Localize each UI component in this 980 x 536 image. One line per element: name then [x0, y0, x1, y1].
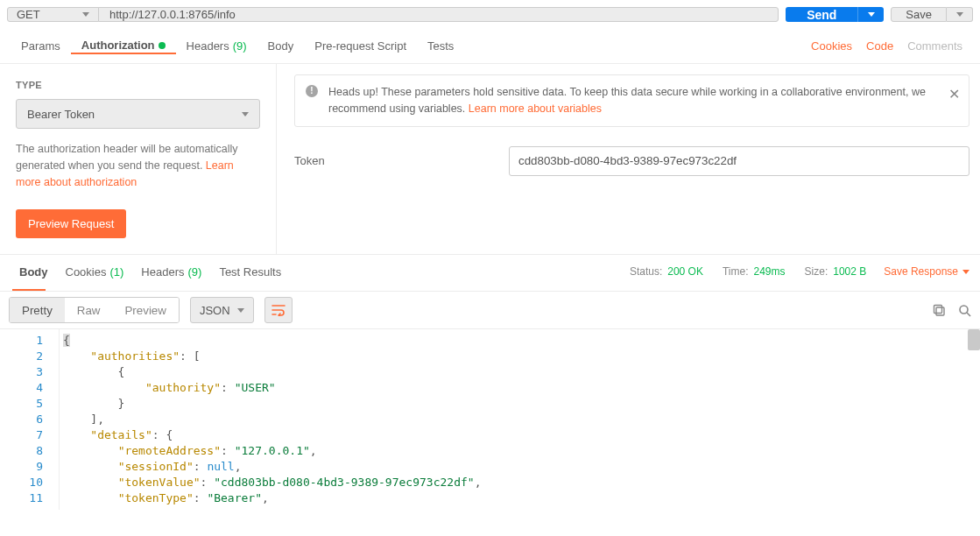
tab-underline [71, 53, 176, 54]
comments-link[interactable]: Comments [900, 39, 969, 53]
chevron-down-icon [868, 12, 875, 17]
language-value: JSON [200, 304, 230, 317]
tab-tests[interactable]: Tests [417, 29, 464, 63]
auth-help-text: The authorization header will be automat… [16, 143, 238, 172]
svg-rect-1 [934, 305, 942, 313]
close-icon[interactable]: ✕ [948, 84, 960, 105]
resp-tab-testresults[interactable]: Test Results [210, 255, 290, 288]
token-input[interactable] [509, 146, 969, 176]
tab-headers[interactable]: Headers (9) [176, 29, 257, 63]
resp-tab-headers[interactable]: Headers (9) [132, 255, 210, 288]
tab-authorization-label: Authorization [81, 39, 155, 52]
format-bar: Pretty Raw Preview JSON [0, 291, 980, 329]
headers-count: (9) [233, 39, 247, 53]
tab-prerequest[interactable]: Pre-request Script [304, 29, 417, 63]
tab-params[interactable]: Params [11, 29, 71, 63]
alert-link[interactable]: Learn more about variables [469, 102, 602, 115]
auth-type-value: Bearer Token [27, 108, 95, 121]
size-value: 1002 B [833, 265, 866, 278]
token-label: Token [294, 154, 509, 167]
chevron-down-icon [82, 12, 89, 17]
chevron-down-icon [237, 308, 244, 313]
line-numbers: 1234567891011 [0, 329, 60, 510]
time-value: 249ms [754, 265, 786, 278]
authorization-panel: TYPE Bearer Token The authorization head… [0, 64, 980, 254]
warning-alert: ! Heads up! These parameters hold sensit… [294, 74, 969, 127]
request-bar: GET Send Save [0, 0, 980, 29]
search-icon[interactable] [958, 304, 971, 317]
token-row: Token [294, 146, 969, 176]
preview-button[interactable]: Preview [112, 298, 178, 322]
code-link[interactable]: Code [859, 39, 900, 53]
type-label: TYPE [16, 80, 260, 90]
tab-body[interactable]: Body [257, 29, 305, 63]
svg-line-3 [967, 313, 970, 316]
send-group: Send [786, 7, 884, 22]
save-response-label: Save Response [884, 265, 958, 278]
resp-headers-label: Headers [141, 265, 184, 279]
tab-headers-label: Headers [187, 39, 229, 53]
svg-rect-0 [936, 307, 944, 315]
tab-authorization[interactable]: Authorization [71, 39, 176, 52]
send-more-button[interactable] [857, 7, 884, 22]
resp-cookies-count: (1) [109, 265, 123, 279]
wrap-icon [271, 304, 286, 316]
raw-button[interactable]: Raw [65, 298, 113, 322]
time-key: Time: [723, 265, 749, 278]
auth-left: TYPE Bearer Token The authorization head… [0, 64, 277, 254]
copy-icon[interactable] [933, 304, 946, 317]
resp-tab-body[interactable]: Body [11, 255, 57, 288]
size-key: Size: [805, 265, 828, 278]
resp-meta: Status: 200 OK Time: 249ms Size: 1002 B … [630, 265, 969, 278]
preview-request-button[interactable]: Preview Request [16, 209, 126, 238]
wrap-lines-button[interactable] [264, 297, 293, 323]
resp-cookies-label: Cookies [66, 265, 107, 279]
chevron-down-icon [956, 12, 963, 17]
send-button[interactable]: Send [786, 7, 857, 22]
resp-headers-count: (9) [188, 265, 202, 279]
resp-tab-cookies[interactable]: Cookies (1) [57, 255, 133, 288]
save-group: Save [891, 7, 973, 22]
chevron-down-icon [962, 270, 969, 274]
status-key: Status: [630, 265, 662, 278]
save-more-button[interactable] [947, 7, 973, 22]
pretty-button[interactable]: Pretty [10, 298, 65, 322]
format-right-icons [933, 304, 971, 317]
request-tabs: Params Authorization Headers (9) Body Pr… [0, 29, 980, 64]
tab-authorization-wrap: Authorization [71, 39, 176, 53]
response-tabs: Body Cookies (1) Headers (9) Test Result… [0, 254, 980, 289]
language-select[interactable]: JSON [190, 297, 254, 323]
scrollbar-thumb[interactable] [968, 329, 980, 350]
url-input[interactable] [98, 7, 779, 22]
status-value: 200 OK [667, 265, 703, 278]
response-body: 1234567891011 { "authorities": [ { "auth… [0, 329, 980, 510]
method-value: GET [17, 8, 40, 21]
alert-text: Heads up! These parameters hold sensitiv… [328, 86, 926, 115]
auth-right: ! Heads up! These parameters hold sensit… [277, 64, 980, 254]
info-icon: ! [306, 85, 318, 97]
active-dot-icon [159, 42, 166, 49]
view-mode-segment: Pretty Raw Preview [9, 297, 180, 323]
save-button[interactable]: Save [891, 7, 947, 22]
auth-help: The authorization header will be automat… [16, 141, 260, 190]
cookies-link[interactable]: Cookies [804, 39, 859, 53]
code-content[interactable]: { "authorities": [ { "authority": "USER"… [60, 329, 980, 510]
method-select[interactable]: GET [7, 7, 99, 22]
auth-type-select[interactable]: Bearer Token [16, 99, 260, 129]
svg-point-2 [960, 306, 968, 314]
save-response-button[interactable]: Save Response [884, 265, 969, 278]
chevron-down-icon [242, 112, 249, 116]
